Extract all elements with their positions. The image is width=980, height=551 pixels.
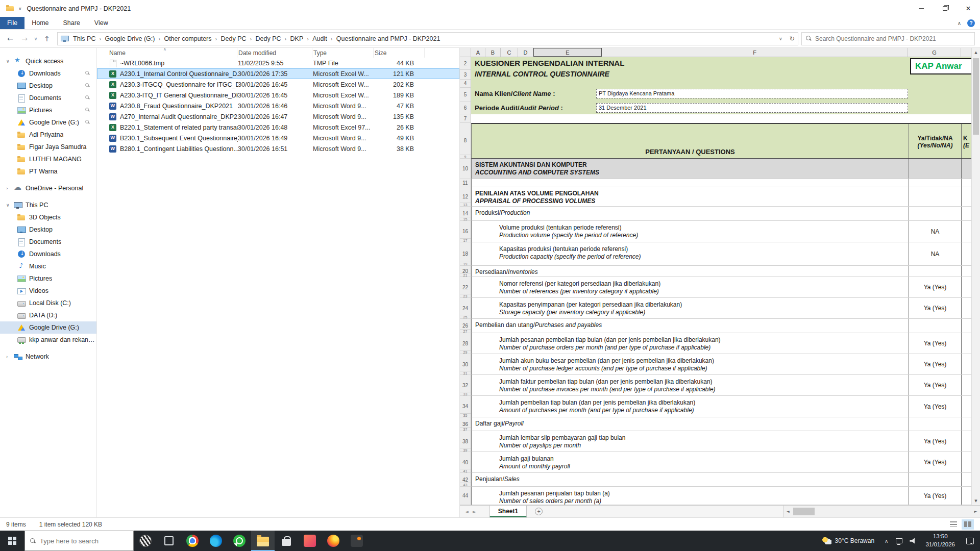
breadcrumb-item-other-computers[interactable]: Other computers (162, 34, 213, 44)
up-button[interactable]: ↑ (40, 35, 54, 43)
sidebar-section-onedrive-personal[interactable]: ›OneDrive - Personal (0, 182, 96, 194)
file-row-a230-1-internal-control-questionnaire-d[interactable]: A230.1_Internal Control Questionnaire_D.… (97, 68, 459, 79)
thumbnail-view-button[interactable] (962, 519, 974, 530)
sidebar-item-adi-priyatna[interactable]: Adi Priyatna (0, 129, 96, 141)
minimize-button[interactable] (910, 0, 933, 17)
breadcrumb[interactable]: This PC›Google Drive (G:)›Other computer… (57, 32, 798, 45)
sidebar-item-google-drive-g[interactable]: Google Drive (G:) (0, 116, 96, 129)
sidebar-item-kkp-anwar-dan-rekan-1[interactable]: kkp anwar dan rekan (\\1 (0, 334, 96, 346)
column-header-c[interactable]: C (501, 48, 518, 57)
sidebar-item-figar-jaya-samudra[interactable]: Figar Jaya Samudra (0, 141, 96, 153)
sheet-tab-sheet1[interactable]: Sheet1 (489, 506, 527, 517)
sidebar-item-documents[interactable]: Documents (0, 92, 96, 104)
sheet-nav-icons[interactable]: ◄► (465, 509, 480, 514)
search-input[interactable] (815, 35, 970, 42)
restore-button[interactable] (933, 0, 957, 17)
sidebar-section-quick-access[interactable]: ∨Quick access (0, 55, 96, 67)
sidebar-item-desktop[interactable]: Desktop (0, 223, 96, 236)
sidebar-item-pt-warna[interactable]: PT Warna (0, 165, 96, 178)
refresh-icon[interactable]: ↻ (790, 35, 795, 42)
sidebar-section-this-pc[interactable]: ∨This PC (0, 199, 96, 211)
column-header-type[interactable]: Type (312, 48, 374, 58)
column-header-a[interactable]: A (471, 48, 485, 57)
column-header-f[interactable]: F (602, 48, 908, 57)
file-row-a230-8-fraud-questionnaire-dkp2021[interactable]: A230.8_Fraud Questionnaire_DKP202130/01/… (97, 101, 459, 111)
task-view-button[interactable] (157, 531, 181, 551)
clock[interactable]: 13:50 31/01/2026 (920, 533, 960, 548)
app-dark-button[interactable] (345, 531, 369, 551)
address-dropdown-icon[interactable]: ∨ (779, 36, 782, 41)
qat-chevron-icon[interactable]: ∨ (18, 6, 22, 11)
column-header-modified[interactable]: Date modified (237, 48, 312, 58)
file-row-b230-1-subsequent-event-questionnaire[interactable]: B230.1_Subsequent Event Questionnaire_..… (97, 133, 459, 143)
tab-home[interactable]: Home (24, 17, 56, 29)
sidebar-item-pictures[interactable]: Pictures (0, 104, 96, 116)
help-icon[interactable]: ? (967, 19, 975, 27)
file-row-a230-3-itq-it-general-questionnaire-dk[interactable]: A230.3-ITQ_IT General Questionnaire_DK..… (97, 90, 459, 101)
back-button[interactable]: ← (3, 35, 17, 43)
app-orange-button[interactable] (298, 531, 322, 551)
sidebar-item-documents[interactable]: Documents (0, 236, 96, 248)
action-center-icon[interactable] (960, 531, 980, 551)
scroll-down-icon[interactable]: ▼ (972, 496, 980, 505)
edge-button[interactable] (204, 531, 228, 551)
tab-view[interactable]: View (87, 17, 115, 29)
file-row-b280-1-contingent-liabilities-questionn[interactable]: B280.1_Contingent Liabilities Questionn.… (97, 143, 459, 154)
sidebar-item-3d-objects[interactable]: 3D Objects (0, 211, 96, 223)
sidebar-item-luthfi-magang[interactable]: LUTHFI MAGANG (0, 153, 96, 165)
breadcrumb-item-audit[interactable]: Audit (310, 34, 329, 44)
zebra-app-button[interactable] (134, 531, 157, 551)
sidebar-item-videos[interactable]: Videos (0, 285, 96, 297)
column-header-d[interactable]: D (518, 48, 533, 57)
sidebar-item-data-d[interactable]: DATA (D:) (0, 309, 96, 321)
file-row-wrl0066-tmp[interactable]: ~WRL0066.tmp11/02/2025 9:55TMP File44 KB (97, 58, 459, 68)
taskbar-search[interactable] (24, 531, 134, 551)
scroll-left-icon[interactable]: ◄ (783, 509, 792, 514)
volume-icon[interactable] (906, 531, 920, 551)
column-header-b[interactable]: B (485, 48, 501, 57)
preview-horizontal-scrollbar[interactable]: ◄ ► (783, 506, 980, 517)
sidebar-section-network[interactable]: ›Network (0, 350, 96, 363)
whatsapp-button[interactable] (228, 531, 251, 551)
sidebar-item-pictures[interactable]: Pictures (0, 272, 96, 285)
breadcrumb-item-questionnaire-and-pmpj-dkp2021[interactable]: Questionnaire and PMPJ - DKP2021 (334, 34, 443, 44)
column-header-name[interactable]: ∧ Name (97, 48, 237, 58)
file-row-a270-internal-audit-questionnaire-dkp2[interactable]: A270_Internal Audit Questionnaire_DKP2..… (97, 111, 459, 122)
sidebar-item-local-disk-c[interactable]: Local Disk (C:) (0, 297, 96, 309)
taskbar-search-input[interactable] (40, 537, 130, 545)
add-sheet-icon[interactable]: + (535, 508, 543, 515)
file-explorer-button[interactable] (251, 531, 275, 551)
file-row-b220-1-statement-of-related-party-transac[interactable]: B220.1_Statement of related party transa… (97, 122, 459, 133)
column-header-e[interactable]: E (533, 48, 602, 57)
column-header-size[interactable]: Size (374, 48, 425, 58)
column-header-g[interactable]: G (908, 48, 961, 57)
sidebar-item-desktop[interactable]: Desktop (0, 80, 96, 92)
tab-share[interactable]: Share (56, 17, 87, 29)
network-icon[interactable] (892, 531, 906, 551)
scroll-up-icon[interactable]: ▲ (972, 48, 980, 57)
preview-vertical-scrollbar[interactable]: ▲ ▼ (971, 48, 980, 505)
firefox-button[interactable] (322, 531, 345, 551)
explorer-search[interactable] (801, 32, 975, 45)
close-button[interactable]: × (957, 0, 980, 17)
breadcrumb-item-dedy-pc[interactable]: Dedy PC (254, 34, 283, 44)
sidebar-item-downloads[interactable]: Downloads (0, 67, 96, 80)
forward-button[interactable]: → (17, 35, 32, 43)
horizontal-scroll-track[interactable] (792, 506, 971, 517)
start-button[interactable] (0, 531, 24, 551)
sidebar-item-downloads[interactable]: Downloads (0, 248, 96, 260)
details-view-button[interactable] (947, 519, 960, 530)
breadcrumb-item-google-drive-g[interactable]: Google Drive (G:) (103, 34, 157, 44)
horizontal-scroll-thumb[interactable] (793, 508, 815, 515)
store-button[interactable] (275, 531, 298, 551)
breadcrumb-item-dkp[interactable]: DKP (288, 34, 306, 44)
tray-overflow-icon[interactable]: ∧ (880, 538, 892, 544)
chrome-button[interactable] (181, 531, 204, 551)
file-row-a230-3-itgcq-questionnaire-for-itgc-dk[interactable]: A230.3-ITGCQ_Questionnaire for ITGC_DK..… (97, 79, 459, 90)
breadcrumb-item-this-pc[interactable]: This PC (71, 34, 97, 44)
recent-locations-icon[interactable]: ∨ (32, 36, 40, 41)
sidebar-item-music[interactable]: Music (0, 260, 96, 272)
ribbon-collapse-icon[interactable]: ∧ (958, 20, 961, 26)
breadcrumb-item-dedy-pc[interactable]: Dedy PC (219, 34, 249, 44)
weather-widget[interactable]: 30°C Berawan (816, 531, 881, 551)
